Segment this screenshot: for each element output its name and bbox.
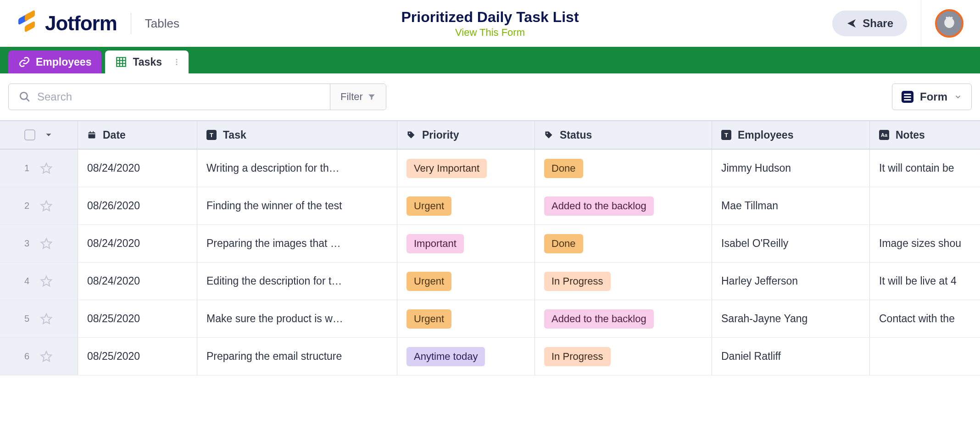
tag-icon — [544, 130, 553, 140]
filter-label: Filter — [340, 91, 363, 103]
column-label: Employees — [738, 129, 793, 141]
search-input[interactable] — [37, 90, 320, 103]
table-row[interactable]: 1 08/24/2020 Writing a description for t… — [0, 150, 980, 187]
tab-employees-label: Employees — [36, 56, 91, 68]
column-header-status[interactable]: Status — [535, 121, 712, 149]
row-number: 2 — [24, 201, 29, 211]
share-icon — [846, 18, 857, 29]
select-all-checkbox[interactable] — [24, 129, 35, 140]
column-label: Status — [560, 129, 592, 141]
tab-tasks[interactable]: Tasks — [105, 50, 189, 73]
text-icon: T — [721, 130, 731, 140]
more-icon — [173, 58, 181, 66]
star-button[interactable] — [39, 350, 53, 363]
cell-date[interactable]: 08/24/2020 — [78, 225, 197, 262]
star-button[interactable] — [39, 274, 53, 288]
table-row[interactable]: 2 08/26/2020 Finding the winner of the t… — [0, 187, 980, 225]
cell-date[interactable]: 08/24/2020 — [78, 150, 197, 187]
cell-notes[interactable]: It will be live at 4 — [870, 263, 980, 300]
column-header-date[interactable]: Date — [78, 121, 197, 149]
cell-date[interactable]: 08/25/2020 — [78, 300, 197, 337]
svg-rect-6 — [93, 131, 94, 133]
chevron-down-icon[interactable] — [44, 130, 54, 140]
form-label: Form — [920, 90, 947, 103]
cell-notes[interactable]: Contact with the — [870, 300, 980, 337]
star-button[interactable] — [39, 199, 53, 213]
svg-point-3 — [20, 92, 27, 99]
row-index-cell: 6 — [0, 338, 78, 375]
filter-button[interactable]: Filter — [330, 84, 386, 110]
cell-employees[interactable]: Isabel O'Reilly — [712, 225, 870, 262]
star-button[interactable] — [39, 162, 53, 175]
cell-employees[interactable]: Mae Tillman — [712, 187, 870, 224]
column-label: Task — [223, 129, 246, 141]
search-group: Filter — [8, 84, 386, 110]
tab-employees[interactable]: Employees — [8, 50, 101, 73]
cell-task[interactable]: Writing a description for th… — [197, 150, 397, 187]
text-icon: T — [206, 130, 217, 140]
tab-more-button[interactable] — [170, 56, 183, 68]
column-header-employees[interactable]: T Employees — [712, 121, 870, 149]
cell-employees[interactable]: Harley Jefferson — [712, 263, 870, 300]
column-header-task[interactable]: T Task — [197, 121, 397, 149]
column-header-notes[interactable]: Aa Notes — [870, 121, 980, 149]
cell-priority[interactable]: Very Important — [397, 150, 535, 187]
cell-notes[interactable] — [870, 187, 980, 224]
table-row[interactable]: 6 08/25/2020 Preparing the email structu… — [0, 338, 980, 375]
column-header-select[interactable] — [0, 121, 78, 149]
page-title: Prioritized Daily Task List — [401, 9, 579, 26]
star-icon — [39, 350, 53, 363]
cell-date[interactable]: 08/25/2020 — [78, 338, 197, 375]
column-header-priority[interactable]: Priority — [397, 121, 535, 149]
user-avatar[interactable] — [935, 9, 963, 38]
cell-status[interactable]: In Progress — [535, 338, 712, 375]
cell-employees[interactable]: Sarah-Jayne Yang — [712, 300, 870, 337]
cell-task[interactable]: Editing the description for t… — [197, 263, 397, 300]
cell-status[interactable]: Done — [535, 225, 712, 262]
star-button[interactable] — [39, 312, 53, 326]
table-row[interactable]: 5 08/25/2020 Make sure the product is w…… — [0, 300, 980, 338]
cell-employees[interactable]: Daniel Ratliff — [712, 338, 870, 375]
brand-name: Jotform — [45, 12, 117, 35]
row-number: 6 — [24, 351, 29, 362]
cell-notes[interactable] — [870, 338, 980, 375]
cell-notes[interactable]: Image sizes shou — [870, 225, 980, 262]
cell-task[interactable]: Preparing the email structure — [197, 338, 397, 375]
cell-status[interactable]: Added to the backlog — [535, 300, 712, 337]
cell-status[interactable]: In Progress — [535, 263, 712, 300]
avatar-area — [921, 0, 963, 47]
data-table: Date T Task Priority Status T Employees … — [0, 120, 980, 375]
cell-priority[interactable]: Important — [397, 225, 535, 262]
view-form-link[interactable]: View This Form — [401, 27, 579, 39]
table-header: Date T Task Priority Status T Employees … — [0, 121, 980, 150]
table-row[interactable]: 3 08/24/2020 Preparing the images that …… — [0, 225, 980, 263]
share-button[interactable]: Share — [832, 11, 907, 36]
column-label: Priority — [422, 129, 459, 141]
cell-task[interactable]: Preparing the images that … — [197, 225, 397, 262]
cell-date[interactable]: 08/26/2020 — [78, 187, 197, 224]
avatar-icon — [940, 14, 958, 33]
logo[interactable]: Jotform — [17, 12, 117, 35]
section-label[interactable]: Tables — [145, 17, 179, 31]
cell-priority[interactable]: Anytime today — [397, 338, 535, 375]
cell-priority[interactable]: Urgent — [397, 187, 535, 224]
form-dropdown-button[interactable]: Form — [892, 84, 972, 110]
cell-status[interactable]: Added to the backlog — [535, 187, 712, 224]
star-icon — [39, 312, 53, 326]
cell-employees[interactable]: Jimmy Hudson — [712, 150, 870, 187]
share-label: Share — [863, 17, 893, 30]
search-box[interactable] — [9, 84, 330, 110]
cell-task[interactable]: Make sure the product is w… — [197, 300, 397, 337]
cell-task[interactable]: Finding the winner of the test — [197, 187, 397, 224]
cell-priority[interactable]: Urgent — [397, 300, 535, 337]
cell-priority[interactable]: Urgent — [397, 263, 535, 300]
cell-status[interactable]: Done — [535, 150, 712, 187]
text-icon: Aa — [879, 130, 889, 140]
tab-tasks-label: Tasks — [133, 56, 162, 68]
star-button[interactable] — [39, 237, 53, 251]
cell-notes[interactable]: It will contain be — [870, 150, 980, 187]
cell-date[interactable]: 08/24/2020 — [78, 263, 197, 300]
search-icon — [19, 91, 31, 103]
table-row[interactable]: 4 08/24/2020 Editing the description for… — [0, 263, 980, 300]
row-index-cell: 5 — [0, 300, 78, 337]
